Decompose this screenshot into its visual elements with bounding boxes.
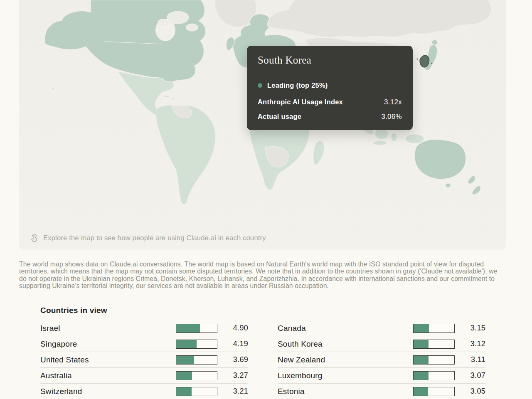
country-name: New Zealand: [278, 355, 413, 365]
countries-column-right: Canada 3.15 South Korea 3.12 New Zealand…: [278, 320, 485, 399]
usage-value: 3.15: [455, 324, 485, 332]
usage-bar: [413, 387, 455, 396]
countries-column-left: Israel 4.90 Singapore 4.19 United States…: [40, 320, 248, 399]
usage-bar: [413, 324, 455, 333]
stat-label-actual-usage: Actual usage: [258, 113, 301, 121]
usage-bar: [176, 324, 217, 333]
usage-bar-fill: [414, 324, 429, 332]
tier-dot-icon: [258, 83, 262, 88]
usage-bar: [176, 355, 217, 365]
usage-value: 3.11: [455, 355, 485, 364]
usage-bar: [413, 355, 455, 365]
country-row: Switzerland 3.21: [40, 384, 248, 399]
usage-bar-fill: [414, 340, 429, 348]
tooltip-divider: [258, 73, 402, 73]
stat-value-usage-index: 3.12x: [384, 98, 402, 106]
map-new-guinea: [406, 134, 424, 143]
usage-value: 3.07: [455, 371, 485, 380]
country-name: South Korea: [278, 340, 413, 349]
country-name: Israel: [40, 324, 176, 333]
usage-bar-fill: [414, 372, 429, 380]
country-row: Estonia 3.05: [278, 384, 485, 399]
map-south-america: [156, 105, 215, 204]
tier-label: Leading (top 25%): [267, 81, 328, 89]
map-madagascar: [313, 141, 324, 165]
map-arctic-islands: [167, 11, 189, 24]
map-explore-hint: Explore the map to see how people are us…: [30, 233, 266, 243]
usage-value: 4.90: [217, 324, 248, 332]
map-tooltip: South Korea Leading (top 25%) Anthropic …: [247, 46, 413, 130]
country-row: United States 3.69: [40, 352, 248, 368]
country-name: Singapore: [40, 340, 176, 349]
map-explore-hint-text: Explore the map to see how people are us…: [43, 234, 266, 242]
map-south-korea-highlight: [420, 55, 429, 67]
country-row: Singapore 4.19: [40, 336, 248, 352]
country-row: New Zealand 3.11: [278, 352, 485, 368]
usage-bar-fill: [414, 356, 429, 364]
usage-value: 3.21: [217, 387, 248, 396]
country-name: Estonia: [278, 387, 413, 396]
stat-value-actual-usage: 3.06%: [381, 113, 402, 121]
country-name: Australia: [40, 371, 176, 380]
usage-bar-fill: [176, 387, 192, 396]
usage-bar: [176, 340, 217, 349]
world-map-card: South Korea Leading (top 25%) Anthropic …: [19, 0, 506, 250]
usage-bar-fill: [176, 324, 200, 332]
country-row: Israel 4.90: [40, 320, 248, 336]
country-name: Canada: [278, 324, 413, 333]
map-tasmania: [446, 183, 451, 187]
countries-in-view-title: Countries in view: [40, 306, 485, 315]
usage-bar-fill: [176, 356, 194, 364]
usage-bar-fill: [176, 372, 192, 380]
usage-value: 4.19: [217, 340, 248, 348]
country-name: Switzerland: [40, 387, 176, 396]
tap-hand-icon: [30, 233, 39, 243]
countries-in-view-section: Countries in view Israel 4.90 Singapore …: [40, 306, 485, 399]
country-name: Luxembourg: [278, 371, 413, 380]
usage-bar-fill: [176, 340, 197, 348]
usage-bar-fill: [414, 387, 428, 396]
country-row: Canada 3.15: [278, 320, 485, 336]
usage-bar: [413, 340, 455, 349]
country-row: South Korea 3.12: [278, 336, 485, 352]
usage-bar: [176, 387, 217, 396]
usage-bar: [176, 371, 217, 380]
map-java: [373, 141, 387, 145]
map-australia: [414, 139, 466, 179]
usage-value: 3.69: [217, 355, 248, 364]
map-disclaimer-text: The world map shows data on Claude.ai co…: [19, 261, 504, 289]
map-russia: [267, 0, 491, 37]
country-row: Australia 3.27: [40, 368, 248, 384]
usage-value: 3.05: [455, 387, 485, 396]
usage-value: 3.27: [217, 371, 248, 380]
country-name: United States: [40, 355, 176, 365]
country-row: Luxembourg 3.07: [278, 368, 485, 384]
stat-label-usage-index: Anthropic AI Usage Index: [258, 98, 343, 106]
usage-value: 3.12: [455, 340, 485, 348]
tooltip-country-title: South Korea: [258, 54, 402, 66]
map-new-zealand: [468, 176, 475, 184]
usage-bar: [413, 371, 455, 380]
